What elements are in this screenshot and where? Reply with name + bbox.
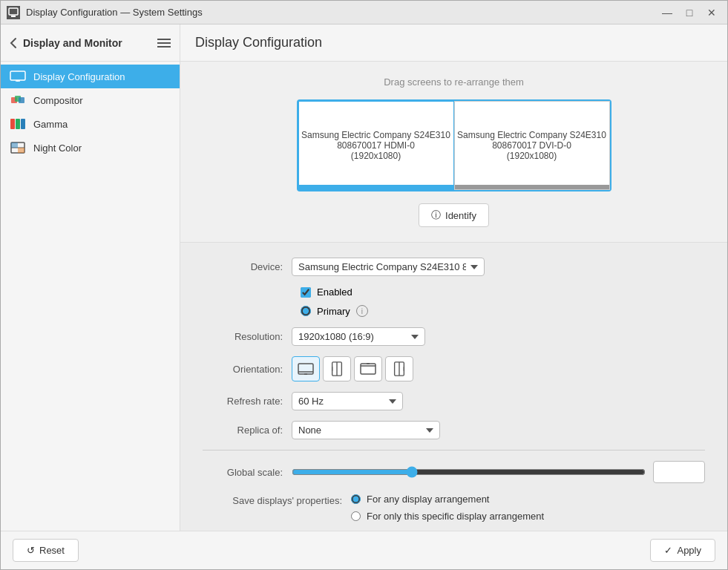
reset-button[interactable]: ↺ Reset — [13, 539, 79, 562]
sidebar-item-display-configuration[interactable]: Display Configuration — [1, 65, 180, 88]
content-header: Display Configuration — [180, 24, 727, 62]
window-title: Display Configuration — System Settings — [26, 7, 203, 18]
svg-rect-13 — [21, 119, 25, 129]
titlebar-left: Display Configuration — System Settings — [7, 6, 203, 19]
save-specific-radio[interactable] — [351, 511, 361, 521]
reset-icon: ↺ — [27, 545, 35, 556]
save-label: Save displays' properties: — [203, 494, 351, 506]
device-label: Device: — [203, 261, 292, 272]
refresh-rate-label: Refresh rate: — [203, 396, 292, 407]
resolution-row: Resolution: 1920x1080 (16:9) 1280x720 (1… — [203, 327, 705, 346]
app-icon — [7, 6, 20, 19]
identify-icon: ⓘ — [431, 209, 441, 222]
replica-control: None HDMI-0 DVI-D-0 — [292, 421, 705, 439]
settings-area: Device: Samsung Electric Company S24E310… — [180, 243, 727, 531]
global-scale-row: Global scale: ▲ ▼ — [203, 461, 705, 483]
svg-rect-24 — [361, 364, 376, 374]
primary-label[interactable]: Primary — [317, 306, 350, 317]
refresh-rate-row: Refresh rate: 60 Hz 50 Hz 30 Hz — [203, 392, 705, 410]
save-options: For any display arrangement For only thi… — [351, 494, 544, 522]
monitor-1-line2: 808670017 HDMI-0 — [337, 140, 415, 151]
save-option-any[interactable]: For any display arrangement — [351, 494, 544, 505]
enabled-checkbox[interactable] — [301, 287, 311, 298]
reset-label: Reset — [39, 545, 65, 556]
sidebar-item-label: Night Color — [33, 142, 82, 154]
orientation-buttons — [292, 356, 705, 381]
global-scale-label: Global scale: — [203, 467, 292, 478]
save-any-label: For any display arrangement — [367, 494, 489, 505]
svg-rect-17 — [18, 148, 24, 153]
svg-rect-5 — [10, 71, 25, 80]
drag-hint: Drag screens to re-arrange them — [384, 76, 524, 88]
minimize-button[interactable]: — — [658, 4, 677, 21]
save-properties-row: Save displays' properties: For any displ… — [203, 494, 705, 522]
monitor-2[interactable]: Samsung Electric Company S24E310 8086700… — [454, 101, 610, 190]
display-area: Drag screens to re-arrange them Samsung … — [180, 62, 727, 243]
monitor-1-line3: (1920x1080) — [351, 151, 401, 161]
back-button[interactable] — [10, 37, 17, 49]
save-specific-label: For only this specific display arrangeme… — [367, 511, 544, 522]
orientation-landscape-flipped-button[interactable] — [354, 356, 382, 381]
svg-rect-16 — [11, 142, 18, 148]
monitor-1-info: Samsung Electric Company S24E310 8086700… — [301, 130, 450, 161]
main-window: Display Configuration — System Settings … — [0, 0, 728, 570]
orientation-label: Orientation: — [203, 364, 292, 375]
monitor-1-bar — [299, 185, 453, 189]
sidebar-item-label: Compositor — [33, 95, 82, 106]
sidebar: Display and Monitor — [1, 24, 180, 531]
orientation-portrait-right-button[interactable] — [385, 356, 413, 381]
replica-select[interactable]: None HDMI-0 DVI-D-0 — [292, 421, 440, 439]
primary-info-icon[interactable]: i — [356, 305, 368, 317]
enabled-label[interactable]: Enabled — [317, 286, 352, 298]
device-row: Device: Samsung Electric Company S24E310… — [203, 258, 705, 276]
sidebar-item-night-color[interactable]: Night Color — [1, 136, 180, 160]
monitor-1[interactable]: Samsung Electric Company S24E310 8086700… — [298, 101, 454, 190]
enabled-row: Enabled — [301, 286, 705, 298]
save-any-radio[interactable] — [351, 494, 361, 504]
monitor-2-bar — [455, 185, 609, 189]
monitors-row: Samsung Electric Company S24E310 8086700… — [297, 99, 611, 191]
close-button[interactable]: ✕ — [702, 4, 721, 21]
gamma-icon — [10, 118, 26, 130]
sidebar-item-label: Gamma — [33, 119, 68, 130]
sidebar-item-label: Display Configuration — [33, 71, 125, 82]
monitor-2-line1: Samsung Electric Company S24E310 — [457, 130, 606, 140]
save-option-specific[interactable]: For only this specific display arrangeme… — [351, 511, 544, 522]
footer: ↺ Reset ✓ Apply — [1, 531, 727, 569]
resolution-select[interactable]: 1920x1080 (16:9) 1280x720 (16:9) 1024x76… — [292, 327, 425, 346]
night-color-icon — [10, 142, 26, 154]
resolution-control: 1920x1080 (16:9) 1280x720 (16:9) 1024x76… — [292, 327, 705, 346]
svg-rect-0 — [9, 8, 18, 15]
sidebar-section-title: Display and Monitor — [23, 37, 122, 49]
apply-button[interactable]: ✓ Apply — [650, 539, 715, 562]
hamburger-button[interactable] — [157, 38, 171, 48]
identify-section: ⓘ Identify — [419, 203, 489, 227]
apply-icon: ✓ — [664, 545, 672, 556]
sidebar-item-gamma[interactable]: Gamma — [1, 112, 180, 136]
device-select[interactable]: Samsung Electric Company S24E310 80867 ▾ — [292, 258, 485, 276]
primary-radio[interactable] — [301, 306, 311, 316]
orientation-row: Orientation: — [203, 356, 705, 381]
monitor-1-line1: Samsung Electric Company S24E310 — [301, 130, 450, 140]
orientation-normal-button[interactable] — [292, 356, 320, 381]
page-title: Display Configuration — [195, 35, 322, 50]
sidebar-item-compositor[interactable]: Compositor — [1, 88, 180, 112]
apply-label: Apply — [677, 545, 701, 556]
separator — [203, 450, 705, 451]
svg-rect-12 — [16, 119, 20, 129]
replica-row: Replica of: None HDMI-0 DVI-D-0 — [203, 421, 705, 439]
replica-label: Replica of: — [203, 425, 292, 436]
main-content: Display and Monitor — [1, 24, 727, 531]
titlebar: Display Configuration — System Settings … — [1, 1, 727, 24]
refresh-rate-select[interactable]: 60 Hz 50 Hz 30 Hz — [292, 392, 403, 410]
identify-button[interactable]: ⓘ Identify — [419, 203, 489, 227]
primary-row: Primary i — [301, 305, 705, 317]
device-control: Samsung Electric Company S24E310 80867 ▾ — [292, 258, 705, 276]
scale-value-input[interactable] — [654, 464, 705, 481]
maximize-button[interactable]: □ — [680, 4, 699, 21]
global-scale-slider[interactable] — [292, 466, 646, 478]
monitor-2-info: Samsung Electric Company S24E310 8086700… — [457, 130, 606, 161]
window-controls: — □ ✕ — [658, 4, 721, 21]
sidebar-nav: Display Configuration Compositor — [1, 62, 180, 163]
orientation-portrait-left-button[interactable] — [323, 356, 351, 381]
